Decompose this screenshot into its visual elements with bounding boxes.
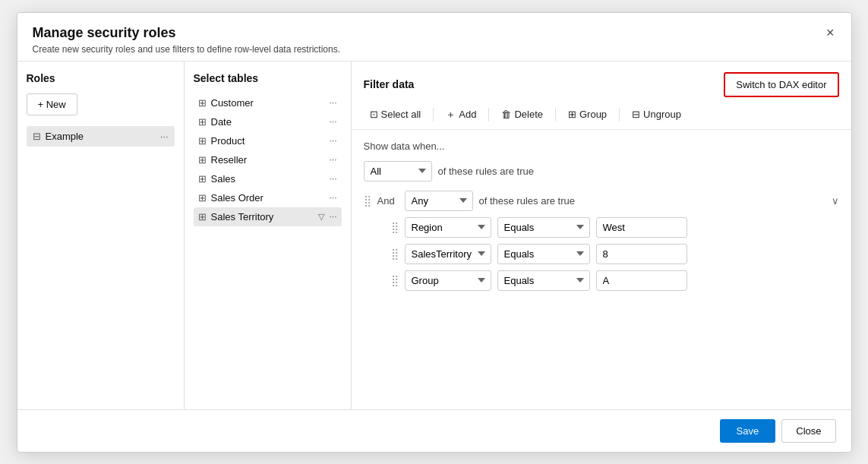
tables-panel: Select tables Customer ··· Date ··· <box>185 62 352 409</box>
select-all-icon: ⊡ <box>370 109 378 120</box>
close-dialog-button[interactable]: Close <box>781 419 835 443</box>
and-group-suffix: of these rules are true <box>479 195 575 207</box>
dialog-body: Roles + New Example ··· Select tables Cu… <box>17 61 851 409</box>
group-button[interactable]: ⊞ Group <box>562 106 613 123</box>
table-item-label: Sales Territory <box>211 211 274 223</box>
table-item-label: Reseller <box>211 154 248 166</box>
table-icon <box>198 97 207 109</box>
and-group: ⣿ And Any All of these rules are true ∨ … <box>364 191 839 291</box>
table-icon <box>198 116 207 128</box>
rule-value-input-2[interactable] <box>596 270 687 291</box>
table-icon <box>198 154 207 166</box>
rule-column-select-0[interactable]: RegionSalesTerritoryGroup <box>405 217 491 238</box>
delete-button[interactable]: 🗑 Delete <box>495 106 549 123</box>
add-label: Add <box>459 109 476 120</box>
table-item-label: Product <box>211 135 245 147</box>
tables-panel-title: Select tables <box>194 72 342 84</box>
filter-panel: Filter data Switch to DAX editor ⊡ Selec… <box>352 62 851 409</box>
toolbar-separator-3 <box>555 108 556 122</box>
table-item-menu-button[interactable]: ··· <box>329 192 336 203</box>
filter-panel-title: Filter data <box>364 78 415 90</box>
tables-list: Customer ··· Date ··· Product ··· <box>194 93 342 226</box>
rule-drag-handle[interactable]: ⣿ <box>391 248 399 260</box>
add-icon: ＋ <box>446 108 456 122</box>
ungroup-label: Ungroup <box>643 109 681 120</box>
toolbar-separator-2 <box>488 108 489 122</box>
switch-dax-button[interactable]: Switch to DAX editor <box>724 72 838 97</box>
table-item[interactable]: Reseller ··· <box>194 150 342 169</box>
table-item[interactable]: Sales Order ··· <box>194 188 342 207</box>
and-group-drag-handle[interactable]: ⣿ <box>364 194 371 207</box>
table-item-menu-button[interactable]: ··· <box>329 173 336 184</box>
rule-row: ⣿ RegionSalesTerritoryGroup EqualsDoes n… <box>391 270 839 291</box>
table-item-menu-button[interactable]: ··· <box>329 154 336 165</box>
delete-icon: 🗑 <box>501 109 511 120</box>
delete-label: Delete <box>514 109 543 120</box>
dialog-close-button[interactable]: × <box>822 24 839 43</box>
select-all-button[interactable]: ⊡ Select all <box>364 106 428 123</box>
top-rule-row: All Any of these rules are true <box>364 161 839 181</box>
rule-column-select-2[interactable]: RegionSalesTerritoryGroup <box>405 270 491 291</box>
rule-operator-select-1[interactable]: EqualsDoes not equalGreater thanLess tha… <box>497 244 590 264</box>
rule-row: ⣿ RegionSalesTerritoryGroup EqualsDoes n… <box>391 244 839 264</box>
table-item-menu-button[interactable]: ··· <box>329 97 336 108</box>
roles-panel: Roles + New Example ··· <box>17 62 185 409</box>
top-rule-suffix: of these rules are true <box>438 166 534 177</box>
table-icon <box>198 211 207 223</box>
add-button[interactable]: ＋ Add <box>440 105 482 125</box>
table-item-label: Sales Order <box>211 192 264 204</box>
table-item[interactable]: Product ··· <box>194 131 342 150</box>
table-item-label: Date <box>211 116 232 128</box>
dialog-title: Manage security roles <box>33 25 836 41</box>
filter-toolbar: ⊡ Select all ＋ Add 🗑 Delete ⊞ Group <box>352 97 851 130</box>
table-icon <box>198 192 207 204</box>
rule-drag-handle[interactable]: ⣿ <box>391 221 399 233</box>
ungroup-icon: ⊟ <box>632 109 640 120</box>
filter-icon: ▽ <box>318 212 324 222</box>
role-item[interactable]: Example ··· <box>27 126 175 147</box>
toolbar-separator-4 <box>619 108 620 122</box>
table-icon <box>198 135 207 147</box>
manage-security-roles-dialog: Manage security roles Create new securit… <box>17 12 852 453</box>
rule-value-input-0[interactable] <box>596 217 687 238</box>
table-item-menu-button[interactable]: ··· <box>329 211 336 222</box>
table-item-menu-button[interactable]: ··· <box>329 135 336 146</box>
rule-operator-select-2[interactable]: EqualsDoes not equalGreater thanLess tha… <box>497 270 590 291</box>
table-icon <box>198 173 207 185</box>
filter-panel-header: Filter data Switch to DAX editor <box>352 62 851 97</box>
table-item[interactable]: Customer ··· <box>194 93 342 112</box>
table-item[interactable]: Sales ··· <box>194 169 342 188</box>
new-role-button[interactable]: + New <box>27 93 77 115</box>
role-item-label: Example <box>46 131 84 142</box>
ungroup-button[interactable]: ⊟ Ungroup <box>626 106 687 123</box>
show-data-when-label: Show data when... <box>364 140 839 152</box>
table-item[interactable]: Date ··· <box>194 112 342 131</box>
table-item-menu-button[interactable]: ··· <box>329 116 336 127</box>
roles-panel-title: Roles <box>27 72 175 84</box>
and-connector-label: And <box>377 195 399 207</box>
rule-value-input-1[interactable] <box>596 244 687 264</box>
dialog-subtitle: Create new security roles and use filter… <box>33 44 836 55</box>
table-item-label: Sales <box>211 173 236 185</box>
group-label: Group <box>579 109 607 120</box>
filter-body: Show data when... All Any of these rules… <box>352 130 851 308</box>
rule-drag-handle[interactable]: ⣿ <box>391 274 399 286</box>
select-all-label: Select all <box>381 109 421 120</box>
rule-column-select-1[interactable]: RegionSalesTerritoryGroup <box>405 244 491 264</box>
rule-operator-select-0[interactable]: EqualsDoes not equalGreater thanLess tha… <box>497 217 590 238</box>
toolbar-separator <box>433 108 434 122</box>
save-button[interactable]: Save <box>720 419 776 443</box>
role-item-menu-button[interactable]: ··· <box>160 131 169 142</box>
table-item-label: Customer <box>211 97 254 109</box>
dialog-footer: Save Close <box>17 409 851 452</box>
table-item[interactable]: Sales Territory ▽ ··· <box>194 207 342 226</box>
rules-list: ⣿ RegionSalesTerritoryGroup EqualsDoes n… <box>364 217 839 291</box>
rule-row: ⣿ RegionSalesTerritoryGroup EqualsDoes n… <box>391 217 839 238</box>
and-group-any-select[interactable]: Any All <box>405 191 473 211</box>
and-group-chevron-icon[interactable]: ∨ <box>832 195 839 207</box>
top-connector-select[interactable]: All Any <box>364 161 432 181</box>
group-icon: ⊞ <box>568 109 576 120</box>
and-group-header: ⣿ And Any All of these rules are true ∨ <box>364 191 839 211</box>
dialog-header: Manage security roles Create new securit… <box>17 13 851 61</box>
role-icon <box>33 131 41 142</box>
